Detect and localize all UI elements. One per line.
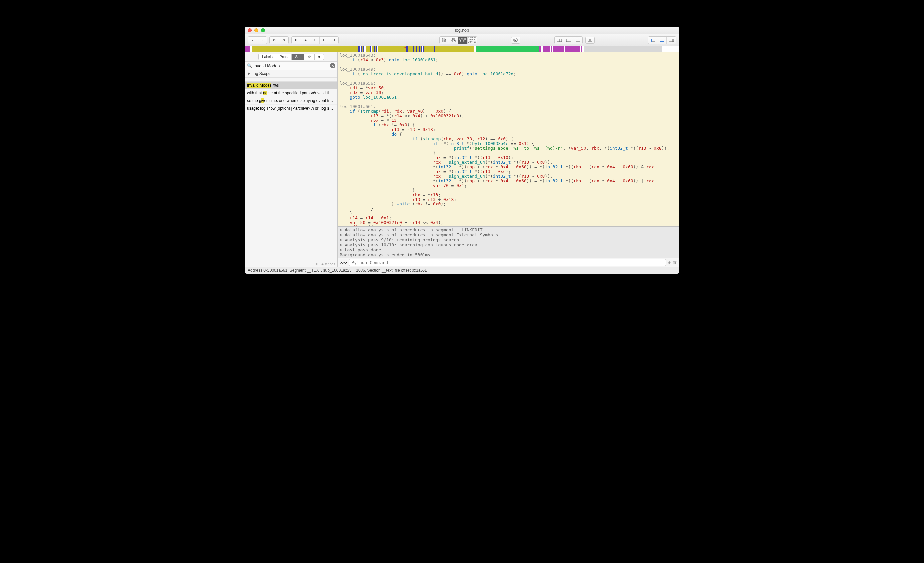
- nav-group: ‹ ›: [248, 36, 267, 44]
- nav-segment[interactable]: [366, 47, 370, 52]
- sidebar: LabelsProc.Str.☆● 🔍 ✕ Tag Scope ○ Invali…: [245, 53, 338, 267]
- panel4-button[interactable]: [585, 36, 595, 44]
- type-group: DACPU: [291, 36, 339, 44]
- nav-segment[interactable]: [553, 47, 564, 52]
- svg-line-3: [452, 39, 453, 41]
- nav-segment[interactable]: [424, 47, 427, 52]
- svg-rect-6: [515, 39, 516, 41]
- search-input[interactable]: [253, 63, 328, 68]
- cpu-button[interactable]: [511, 36, 520, 44]
- toolbar: ‹ › ↺ ↻ DACPU movadd if(b)f(); 486F70706…: [245, 34, 679, 47]
- nav-segment[interactable]: [428, 47, 434, 52]
- type-a-button[interactable]: A: [301, 36, 310, 44]
- window-title: log.hop: [245, 27, 679, 33]
- nav-segment[interactable]: [565, 47, 580, 52]
- bottom-panel-button[interactable]: [657, 36, 667, 44]
- python-prompt-input[interactable]: [349, 259, 666, 266]
- svg-rect-0: [452, 38, 454, 39]
- navigation-overview[interactable]: ▼: [245, 47, 679, 53]
- nav-segment[interactable]: [245, 47, 250, 52]
- type-p-button[interactable]: P: [320, 36, 329, 44]
- prompt-prefix: >>>: [339, 260, 347, 265]
- cfg-mode-button[interactable]: [449, 36, 458, 44]
- log-output: > dataflow analysis of procedures in seg…: [338, 227, 679, 258]
- svg-rect-1: [451, 41, 453, 42]
- svg-line-4: [453, 39, 455, 41]
- panel1-button[interactable]: [555, 36, 564, 44]
- svg-rect-21: [576, 39, 580, 42]
- status-text: Address 0x10001a661, Segment __TEXT, sub…: [248, 268, 427, 273]
- nav-segment[interactable]: [435, 47, 474, 52]
- scroll-indicator-icon: ○: [333, 78, 334, 81]
- hex-mode-button[interactable]: 486F70706572204469: [468, 36, 477, 44]
- asm-mode-button[interactable]: movadd: [440, 36, 449, 44]
- forward-button[interactable]: ›: [257, 36, 267, 44]
- search-results: Invalid Modes '%s'with that name at the …: [245, 82, 337, 261]
- inspector-group: [648, 36, 676, 44]
- clear-log-icon[interactable]: ⊗: [668, 260, 671, 265]
- svg-point-18: [567, 40, 568, 41]
- titlebar[interactable]: log.hop: [245, 27, 679, 34]
- type-u-button[interactable]: U: [329, 36, 338, 44]
- sidebar-tab-0[interactable]: Labels: [258, 54, 276, 60]
- nav-segment[interactable]: [378, 47, 406, 52]
- result-row[interactable]: with that name at the specified path.\n\…: [245, 89, 337, 97]
- sidebar-tab-3[interactable]: ☆: [304, 54, 314, 60]
- nav-segment[interactable]: [476, 47, 539, 52]
- tag-scope-label: Tag Scope: [252, 71, 270, 76]
- result-row[interactable]: Invalid Modes '%s': [245, 82, 337, 89]
- sidebar-tab-2[interactable]: Str.: [291, 54, 304, 60]
- main-area: loc_10001a643: if (r14 < 0x3) goto loc_1…: [338, 53, 679, 267]
- svg-rect-28: [651, 39, 652, 42]
- sidebar-tabs: LabelsProc.Str.☆●: [245, 53, 337, 62]
- nav-segment[interactable]: [543, 47, 550, 52]
- search-icon: 🔍: [247, 63, 252, 68]
- redo-button[interactable]: ↻: [279, 36, 288, 44]
- panel2-button[interactable]: [564, 36, 573, 44]
- undo-button[interactable]: ↺: [270, 36, 279, 44]
- view-mode-group: movadd if(b)f(); 486F70706572204469: [440, 36, 477, 44]
- status-bar: Address 0x10001a661, Segment __TEXT, sub…: [245, 267, 679, 273]
- result-row[interactable]: usage: log show [options] <archive>\n or…: [245, 105, 337, 112]
- sidebar-tab-4[interactable]: ●: [314, 54, 324, 60]
- sidebar-tab-1[interactable]: Proc.: [276, 54, 292, 60]
- panel3-button[interactable]: [573, 36, 582, 44]
- panel-group-1: [554, 36, 583, 44]
- pseudo-mode-button[interactable]: if(b)f();: [458, 36, 468, 44]
- tag-scope-toggle[interactable]: Tag Scope: [245, 70, 337, 78]
- disclosure-icon: [248, 72, 250, 75]
- svg-rect-31: [669, 39, 674, 42]
- svg-rect-30: [660, 41, 664, 42]
- back-button[interactable]: ‹: [248, 36, 257, 44]
- nav-segment[interactable]: [584, 47, 662, 52]
- svg-rect-2: [454, 41, 456, 42]
- clear-search-button[interactable]: ✕: [330, 63, 335, 68]
- trash-icon[interactable]: 🗑: [673, 260, 677, 265]
- nav-segment[interactable]: [252, 47, 358, 52]
- svg-point-20: [569, 40, 570, 41]
- code-view[interactable]: loc_10001a643: if (r14 < 0x3) goto loc_1…: [338, 53, 679, 227]
- type-c-button[interactable]: C: [310, 36, 320, 44]
- prompt-row: >>> ⊗ 🗑: [338, 258, 679, 267]
- svg-point-19: [568, 40, 569, 41]
- result-row[interactable]: se the given timezone when displaying ev…: [245, 97, 337, 105]
- nav-segment[interactable]: [538, 47, 542, 52]
- app-window: log.hop ‹ › ↺ ↻ DACPU movadd if(b)f(); 4…: [245, 27, 679, 273]
- sidebar-status: 1654 strings: [245, 261, 337, 267]
- body: LabelsProc.Str.☆● 🔍 ✕ Tag Scope ○ Invali…: [245, 53, 679, 267]
- right-panel-button[interactable]: [667, 36, 676, 44]
- type-d-button[interactable]: D: [292, 36, 301, 44]
- undo-group: ↺ ↻: [270, 36, 289, 44]
- left-panel-button[interactable]: [648, 36, 657, 44]
- nav-cursor-icon: ▼: [403, 46, 406, 50]
- nav-segment[interactable]: [408, 47, 413, 52]
- search-row: 🔍 ✕: [245, 62, 337, 70]
